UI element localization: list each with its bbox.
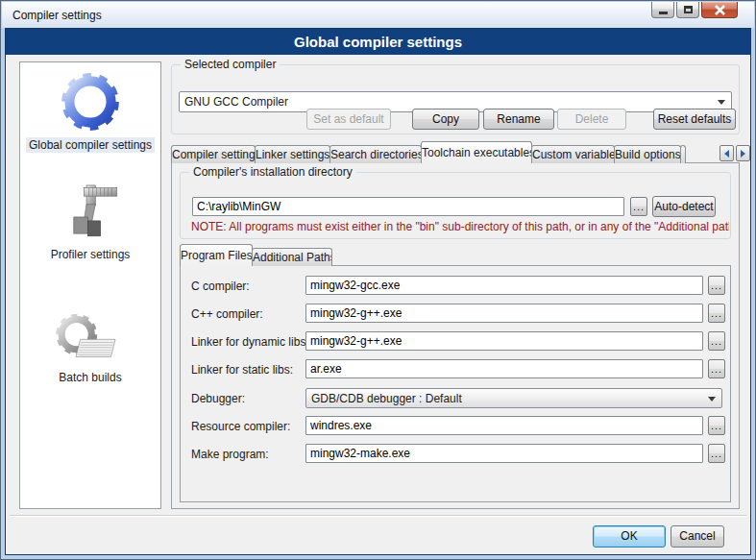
debugger-label: Debugger: [191,392,245,405]
make-program-label: Make program: [191,448,269,461]
gray-gear-stack-icon [53,308,128,370]
tab-scroll-right-button[interactable] [736,145,750,161]
c-compiler-browse-button[interactable]: ... [708,276,725,295]
bin-subdirectory-note: NOTE: All programs must exist either in … [191,220,729,233]
tab-additional-paths[interactable]: Additional Paths [252,248,332,266]
blue-gear-icon [56,66,125,137]
delete-button[interactable]: Delete [557,109,626,130]
cpp-compiler-input[interactable] [305,304,703,323]
compiler-select-value: GNU GCC Compiler [184,95,288,109]
rename-button[interactable]: Rename [483,109,554,130]
set-as-default-button[interactable]: Set as default [306,109,391,130]
installation-directory-legend: Compiler's installation directory [189,165,356,179]
reset-defaults-button[interactable]: Reset defaults [653,109,736,130]
resource-compiler-input[interactable] [305,416,703,435]
tab-build-options[interactable]: Build options [614,145,681,163]
tab-scroll-left-button[interactable] [719,145,734,161]
titlebar[interactable]: Compiler settings [2,2,754,28]
arrow-right-icon [741,150,745,158]
dynamic-linker-label: Linker for dynamic libs: [191,335,309,349]
debugger-select[interactable]: GDB/CDB debugger : Default [305,388,722,408]
cancel-button[interactable]: Cancel [671,525,724,548]
c-compiler-input[interactable] [305,276,703,295]
window-controls [649,2,738,18]
tab-overflow-fragment [680,145,686,163]
installation-directory-input[interactable] [192,197,624,216]
debugger-select-value: GDB/CDB debugger : Default [311,392,462,405]
tab-custom-variables[interactable]: Custom variables [531,145,615,163]
tab-search-directories[interactable]: Search directories [329,145,422,163]
dialog-frame: Global compiler settings Global compiler… [5,28,751,555]
tab-linker-settings[interactable]: Linker settings [255,145,330,163]
cpp-compiler-label: C++ compiler: [191,307,263,321]
make-program-browse-button[interactable]: ... [708,444,725,463]
installation-directory-group: Compiler's installation directory ... Au… [180,172,731,239]
arrow-left-icon [724,150,729,158]
dialog-header-title: Global compiler settings [294,34,462,50]
c-compiler-label: C compiler: [191,280,250,293]
program-files-tabstrip: Program Files Additional Paths [180,245,331,266]
auto-detect-button[interactable]: Auto-detect [652,196,716,217]
close-icon [714,5,726,15]
maximize-icon [684,6,693,13]
sidebar-item-label: Global compiler settings [26,137,155,153]
close-button[interactable] [701,2,738,18]
settings-category-list: Global compiler settings Profil [19,61,161,509]
make-program-input[interactable] [305,444,703,463]
tab-toolchain-executables[interactable]: Toolchain executables [421,141,532,163]
tab-compiler-settings[interactable]: Compiler settings [171,145,256,163]
selected-compiler-legend: Selected compiler [181,58,280,71]
chevron-down-icon [708,397,716,402]
dynamic-linker-input[interactable] [305,331,703,351]
cpp-compiler-browse-button[interactable]: ... [708,304,725,323]
selected-compiler-group: Selected compiler GNU GCC Compiler Set a… [171,64,740,134]
maximize-button[interactable] [676,2,699,18]
toolchain-executables-panel: Compiler's installation directory ... Au… [171,162,740,509]
sidebar-item-label: Profiler settings [48,247,134,262]
program-files-panel: C compiler: ... C++ compiler: ... Linker… [180,265,731,502]
sidebar-item-profiler-settings[interactable]: Profiler settings [20,180,160,262]
footer-separator [10,515,746,517]
compiler-settings-window: Compiler settings Global compiler settin… [0,0,756,560]
sidebar-item-global-compiler-settings[interactable]: Global compiler settings [20,66,160,153]
resource-compiler-label: Resource compiler: [191,420,290,433]
static-linker-label: Linker for static libs: [191,363,293,377]
tab-program-files[interactable]: Program Files [180,244,253,266]
dynamic-linker-browse-button[interactable]: ... [708,331,725,351]
browse-directory-button[interactable]: ... [630,197,647,216]
tab-scroll-arrows [718,145,750,161]
resource-compiler-browse-button[interactable]: ... [708,416,725,435]
minimize-icon [659,12,668,14]
settings-tabstrip: Compiler settings Linker settings Search… [171,141,752,163]
ok-button[interactable]: OK [593,525,666,548]
caliper-icon [59,180,122,247]
sidebar-item-label: Batch builds [56,370,124,385]
copy-button[interactable]: Copy [412,109,479,130]
chevron-down-icon [718,100,725,105]
static-linker-browse-button[interactable]: ... [708,359,725,378]
sidebar-item-batch-builds[interactable]: Batch builds [20,308,160,385]
minimize-button[interactable] [651,2,674,18]
dialog-header: Global compiler settings [6,29,750,55]
window-title: Compiler settings [12,9,102,22]
static-linker-input[interactable] [305,359,703,378]
